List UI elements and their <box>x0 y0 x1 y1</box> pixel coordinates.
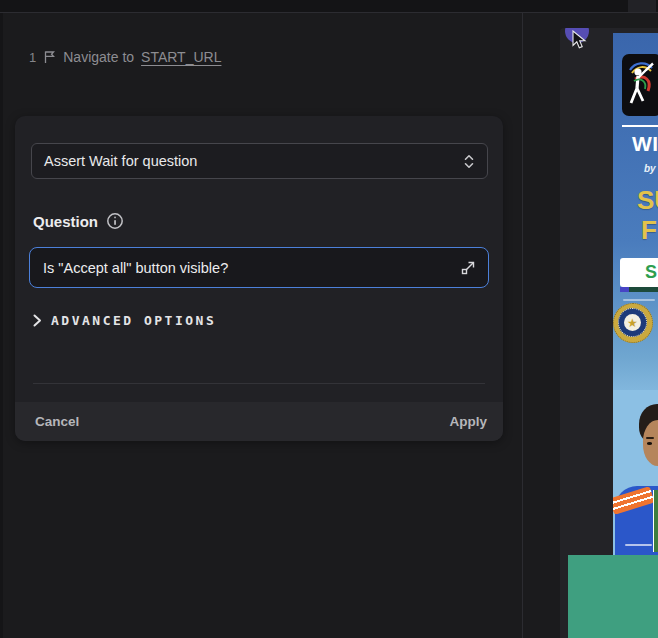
browser-preview-panel: WI by SU F S ★ <box>523 13 658 638</box>
test-steps-panel: 1 Navigate to START_URL Assert Wait for … <box>0 13 522 638</box>
browser-preview-viewport[interactable]: WI by SU F S ★ <box>560 28 658 638</box>
player-eyebrow <box>646 437 654 439</box>
batsman-logo-icon <box>625 61 657 109</box>
player-photo <box>613 390 658 555</box>
step-index: 1 <box>29 50 36 65</box>
action-type-value: Assert Wait for question <box>44 153 197 169</box>
bcci-logo: ★ <box>613 303 653 343</box>
ad-headline-line1: SU <box>637 185 658 215</box>
window-left-edge <box>0 13 3 638</box>
ad-divider-line <box>622 125 658 127</box>
top-bar <box>0 0 658 13</box>
start-url-link[interactable]: START_URL <box>141 49 221 65</box>
jersey-chest-text <box>625 544 652 546</box>
step-action-label: Navigate to <box>63 49 134 65</box>
ad-headline-line2: F <box>637 215 658 245</box>
player-jersey <box>615 486 658 555</box>
ad-cta-button[interactable]: S <box>620 258 658 287</box>
advanced-options-toggle[interactable]: ADVANCED OPTIONS <box>33 313 216 328</box>
teal-overlay-block <box>568 555 658 638</box>
flag-icon <box>43 50 56 64</box>
ad-cta-label: S <box>645 262 657 283</box>
bcci-logo-star: ★ <box>624 314 641 331</box>
question-input-value: Is "Accept all" button visible? <box>43 260 228 276</box>
apply-button[interactable]: Apply <box>447 410 489 433</box>
app-screen: 1 Navigate to START_URL Assert Wait for … <box>0 0 658 638</box>
expand-icon[interactable] <box>461 261 475 275</box>
top-bar-fragment <box>628 0 656 12</box>
selector-chevrons-icon <box>463 154 475 169</box>
info-icon[interactable] <box>106 212 124 230</box>
question-label: Question <box>33 213 98 230</box>
ad-cta-shadow <box>620 287 658 292</box>
divider <box>33 383 485 384</box>
ad-by-text: by <box>644 163 656 174</box>
ad-headline: SU F <box>637 185 658 245</box>
chevron-right-icon <box>33 314 42 327</box>
jersey-sleeve-trim <box>653 490 658 552</box>
cursor-marker <box>560 28 600 64</box>
player-eye <box>647 442 652 445</box>
step-editor-card: Assert Wait for question Question <box>15 116 503 441</box>
ad-fineprint <box>623 299 655 301</box>
advanced-options-label: ADVANCED OPTIONS <box>51 313 216 328</box>
step-row-navigate[interactable]: 1 Navigate to START_URL <box>29 49 221 65</box>
action-type-select[interactable]: Assert Wait for question <box>31 143 488 179</box>
cursor-arrow-icon <box>571 30 589 54</box>
question-label-row: Question <box>33 212 124 230</box>
ad-win-text: WI <box>632 132 658 156</box>
card-footer: Cancel Apply <box>15 402 503 441</box>
question-input[interactable]: Is "Accept all" button visible? <box>29 247 489 288</box>
cricket-ad-banner: WI by SU F S ★ <box>613 33 658 555</box>
cancel-button[interactable]: Cancel <box>33 410 81 433</box>
jersey-shoulder-stripes <box>613 486 655 515</box>
ad-logo-box <box>622 54 658 116</box>
